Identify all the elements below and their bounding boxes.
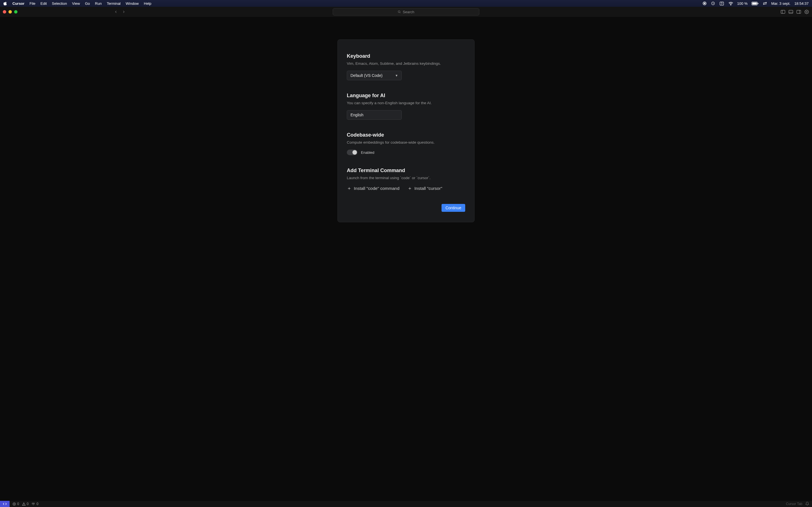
search-placeholder: Search <box>403 10 414 14</box>
window-minimize-button[interactable] <box>8 10 12 13</box>
menu-go[interactable]: Go <box>85 1 90 6</box>
window-zoom-button[interactable] <box>14 10 17 13</box>
terminal-title: Add Terminal Command <box>347 168 465 173</box>
codebase-desc: Compute embeddings for codebase-wide que… <box>347 140 465 145</box>
svg-point-16 <box>806 11 807 12</box>
ports-count: 0 <box>36 502 38 506</box>
command-center-search[interactable]: Search <box>333 8 479 15</box>
menu-window[interactable]: Window <box>126 1 139 6</box>
install-code-button[interactable]: ＋ Install "code" command <box>347 185 400 191</box>
svg-rect-14 <box>797 10 801 13</box>
editor-area: Keyboard Vim, Emacs, Atom, Sublime, and … <box>0 17 812 501</box>
wifi-icon[interactable] <box>728 1 733 5</box>
svg-rect-5 <box>752 2 757 4</box>
chevron-down-icon: ▼ <box>395 74 398 77</box>
warning-icon <box>22 502 26 506</box>
control-center-icon[interactable] <box>763 1 767 5</box>
notifications-icon[interactable] <box>805 502 809 506</box>
toggle-knob <box>352 150 357 155</box>
keyboard-select[interactable]: Default (VS Code) ▼ <box>347 71 402 80</box>
menu-view[interactable]: View <box>72 1 80 6</box>
svg-point-9 <box>398 11 400 13</box>
language-title: Language for AI <box>347 93 465 99</box>
remote-indicator[interactable] <box>0 501 10 507</box>
menu-terminal[interactable]: Terminal <box>107 1 121 6</box>
keyboard-desc: Vim, Emacs, Atom, Sublime, and Jetbrains… <box>347 61 465 66</box>
section-terminal: Add Terminal Command Launch from the ter… <box>347 168 465 191</box>
timemachine-icon[interactable] <box>711 1 715 6</box>
menu-help[interactable]: Help <box>144 1 151 6</box>
svg-rect-10 <box>781 10 785 13</box>
window-close-button[interactable] <box>3 10 6 13</box>
nav-forward-button[interactable] <box>121 9 127 15</box>
menu-edit[interactable]: Edit <box>41 1 47 6</box>
continue-button[interactable]: Continue <box>442 204 465 212</box>
keyboard-select-value: Default (VS Code) <box>350 73 383 78</box>
svg-point-20 <box>33 503 34 504</box>
window-titlebar: Search <box>0 7 812 17</box>
window-controls <box>3 10 17 13</box>
problems-warnings[interactable]: 0 <box>22 502 29 506</box>
settings-gear-icon[interactable] <box>804 9 809 14</box>
setup-card: Keyboard Vim, Emacs, Atom, Sublime, and … <box>338 40 474 222</box>
menubar-date[interactable]: Mar. 3 sept. <box>771 1 790 6</box>
language-desc: You can specify a non-English language f… <box>347 101 465 105</box>
plus-icon: ＋ <box>347 185 352 191</box>
menu-selection[interactable]: Selection <box>52 1 67 6</box>
menu-run[interactable]: Run <box>95 1 102 6</box>
error-icon <box>12 502 16 506</box>
section-language: Language for AI You can specify a non-En… <box>347 93 465 120</box>
macos-menubar: Cursor File Edit Selection View Go Run T… <box>0 0 812 7</box>
nav-back-button[interactable] <box>113 9 119 15</box>
menu-file[interactable]: File <box>30 1 36 6</box>
menubar-time[interactable]: 18:54:37 <box>794 1 809 6</box>
codebase-toggle[interactable] <box>347 150 357 155</box>
codebase-title: Codebase-wide <box>347 132 465 138</box>
status-bar: 0 0 0 Cursor Tab <box>0 501 812 507</box>
ports-indicator[interactable]: 0 <box>31 502 38 506</box>
keyboard-title: Keyboard <box>347 53 465 59</box>
toggle-panel-icon[interactable] <box>788 9 794 14</box>
search-icon <box>398 10 401 13</box>
svg-point-3 <box>730 5 731 5</box>
toggle-primary-sidebar-icon[interactable] <box>780 9 785 14</box>
section-keyboard: Keyboard Vim, Emacs, Atom, Sublime, and … <box>347 53 465 80</box>
calendar-icon[interactable]: 3 <box>719 1 724 6</box>
install-cursor-label: Install "cursor" <box>414 186 442 191</box>
plus-icon: ＋ <box>407 185 412 191</box>
battery-icon[interactable] <box>751 2 759 5</box>
language-input-wrapper <box>347 110 402 120</box>
language-input[interactable] <box>350 113 398 117</box>
svg-rect-12 <box>789 10 793 13</box>
menu-app[interactable]: Cursor <box>12 1 24 6</box>
terminal-desc: Launch from the terminal using `code` or… <box>347 176 465 180</box>
openai-icon[interactable] <box>702 1 707 6</box>
install-cursor-button[interactable]: ＋ Install "cursor" <box>407 185 442 191</box>
svg-rect-6 <box>758 3 758 4</box>
toggle-secondary-sidebar-icon[interactable] <box>796 9 801 14</box>
errors-count: 0 <box>17 502 19 506</box>
apple-icon[interactable] <box>3 1 7 5</box>
warnings-count: 0 <box>27 502 29 506</box>
section-codebase: Codebase-wide Compute embeddings for cod… <box>347 132 465 155</box>
app-window: Search Keyboard Vim, Emacs, Atom, Subli <box>0 7 812 507</box>
nav-arrows <box>113 9 127 15</box>
cursor-tab-hint[interactable]: Cursor Tab <box>786 502 802 506</box>
antenna-icon <box>31 502 35 506</box>
svg-point-7 <box>766 2 767 3</box>
install-code-label: Install "code" command <box>354 186 400 191</box>
codebase-toggle-label: Enabled <box>361 151 374 155</box>
svg-point-8 <box>763 4 764 4</box>
battery-percent: 100 % <box>737 1 748 6</box>
calendar-day: 3 <box>719 2 724 5</box>
problems-errors[interactable]: 0 <box>12 502 19 506</box>
